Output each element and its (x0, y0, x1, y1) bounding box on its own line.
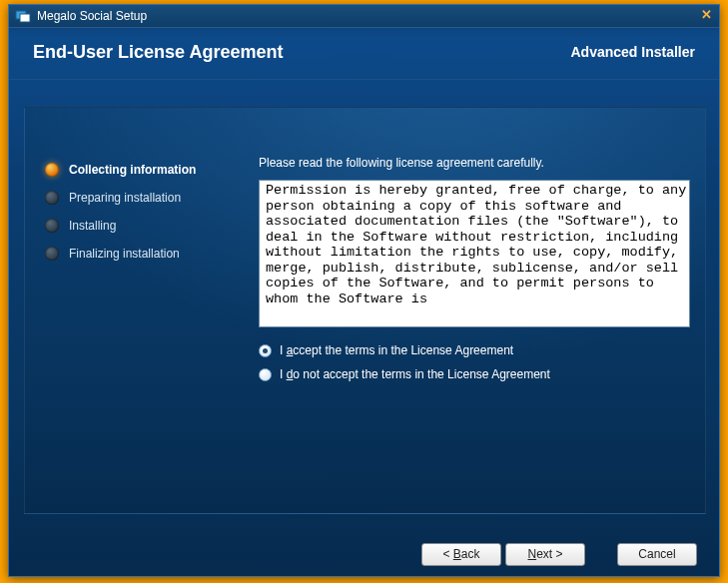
cancel-button[interactable]: Cancel (617, 543, 697, 566)
header: End-User License Agreement Advanced Inst… (9, 28, 719, 80)
accept-label: I accept the terms in the License Agreem… (280, 343, 513, 357)
instruction-text: Please read the following license agreem… (259, 156, 690, 170)
footer: < Back Next > Cancel (9, 532, 719, 576)
step-indicator-icon (45, 219, 59, 233)
decline-label: I do not accept the terms in the License… (280, 367, 550, 381)
svg-rect-1 (20, 14, 30, 22)
step-indicator-icon (45, 247, 59, 261)
step-label: Finalizing installation (69, 247, 180, 261)
step-installing: Installing (45, 219, 245, 233)
radio-icon (259, 344, 272, 357)
step-label: Collecting information (69, 163, 196, 177)
step-collecting: Collecting information (45, 163, 245, 177)
main-content: Please read the following license agreem… (259, 156, 690, 391)
accept-radio[interactable]: I accept the terms in the License Agreem… (259, 343, 690, 357)
step-label: Installing (69, 219, 116, 233)
installer-window: Megalo Social Setup ✕ End-User License A… (8, 4, 720, 577)
next-button[interactable]: Next > (505, 543, 585, 566)
window-title: Megalo Social Setup (37, 9, 147, 23)
app-icon (15, 8, 31, 24)
step-list: Collecting information Preparing install… (45, 163, 245, 275)
step-indicator-icon (45, 191, 59, 205)
radio-icon (259, 368, 272, 381)
back-button[interactable]: < Back (421, 543, 501, 566)
step-finalizing: Finalizing installation (45, 247, 245, 261)
step-preparing: Preparing installation (45, 191, 245, 205)
content-panel: Collecting information Preparing install… (24, 107, 706, 514)
license-textarea[interactable]: Permission is hereby granted, free of ch… (259, 180, 690, 327)
page-title: End-User License Agreement (33, 42, 283, 63)
step-indicator-icon (45, 163, 59, 177)
license-choice: I accept the terms in the License Agreem… (259, 343, 690, 381)
brand-label: Advanced Installer (571, 44, 696, 60)
titlebar: Megalo Social Setup ✕ (9, 5, 719, 28)
nav-button-group: < Back Next > (421, 543, 585, 566)
decline-radio[interactable]: I do not accept the terms in the License… (259, 367, 690, 381)
step-label: Preparing installation (69, 191, 181, 205)
close-button[interactable]: ✕ (697, 8, 715, 24)
